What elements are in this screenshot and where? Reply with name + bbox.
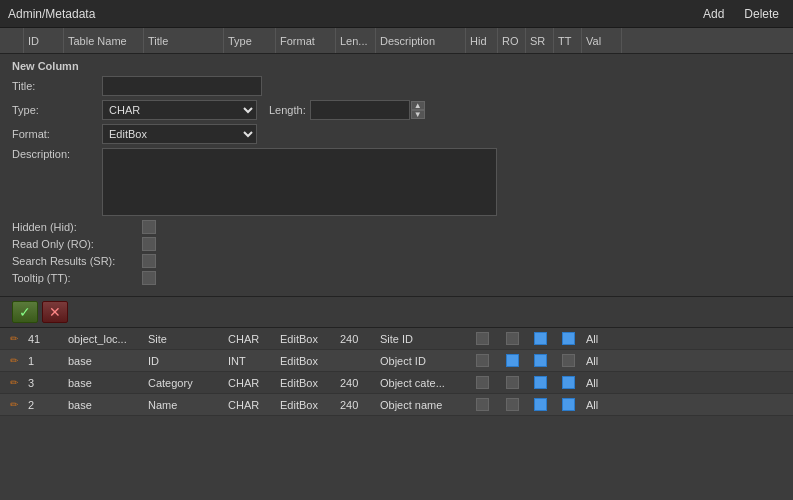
cell-type: CHAR: [224, 399, 276, 411]
cell-description: Object name: [376, 399, 466, 411]
data-table: ✏41object_loc...SiteCHAREditBox240Site I…: [0, 328, 793, 416]
cell-ro: [498, 398, 526, 411]
readonly-label: Read Only (RO):: [12, 238, 142, 250]
checkbox-ro[interactable]: [506, 376, 519, 389]
checkbox-hid[interactable]: [476, 398, 489, 411]
table-row[interactable]: ✏3baseCategoryCHAREditBox240Object cate.…: [0, 372, 793, 394]
checkbox-hid[interactable]: [476, 376, 489, 389]
table-header: IDTable NameTitleTypeFormatLen...Descrip…: [0, 28, 793, 54]
th-id: ID: [24, 28, 64, 53]
cell-hid: [466, 376, 498, 389]
type-row: Type: CHARINTVARCHARTEXTFLOATDATEBOOLEAN…: [12, 100, 781, 120]
format-label: Format:: [12, 128, 102, 140]
checkbox-sr[interactable]: [534, 332, 547, 345]
spinner-down[interactable]: ▼: [411, 110, 425, 119]
cell-sr: [526, 332, 554, 345]
checkbox-sr[interactable]: [534, 376, 547, 389]
cell-table_name: base: [64, 355, 144, 367]
action-buttons: ✓ ✕: [0, 297, 793, 328]
checkbox-ro[interactable]: [506, 332, 519, 345]
th-description: Description: [376, 28, 466, 53]
save-icon: ✓: [19, 304, 31, 320]
cell-description: Object cate...: [376, 377, 466, 389]
readonly-row: Read Only (RO):: [12, 237, 781, 251]
table-row[interactable]: ✏1baseIDINTEditBoxObject IDAll: [0, 350, 793, 372]
cell-hid: [466, 354, 498, 367]
cell-description: Object ID: [376, 355, 466, 367]
checkbox-tt[interactable]: [562, 398, 575, 411]
cell-hid: [466, 398, 498, 411]
table-row[interactable]: ✏2baseNameCHAREditBox240Object nameAll: [0, 394, 793, 416]
cell-ro: [498, 354, 526, 367]
checkbox-tt[interactable]: [562, 332, 575, 345]
cell-id: 2: [24, 399, 64, 411]
cell-length: 240: [336, 333, 376, 345]
cell-length: 240: [336, 377, 376, 389]
search-checkbox[interactable]: [142, 254, 156, 268]
edit-icon[interactable]: ✏: [4, 333, 24, 344]
th-tt: TT: [554, 28, 582, 53]
cell-description: Site ID: [376, 333, 466, 345]
cell-sr: [526, 354, 554, 367]
th-type: Type: [224, 28, 276, 53]
checkbox-tt[interactable]: [562, 376, 575, 389]
edit-icon[interactable]: ✏: [4, 355, 24, 366]
readonly-checkbox[interactable]: [142, 237, 156, 251]
hidden-checkbox[interactable]: [142, 220, 156, 234]
form-section: New Column Title: Type: CHARINTVARCHARTE…: [0, 54, 793, 297]
title-input[interactable]: [102, 76, 262, 96]
th-sr: SR: [526, 28, 554, 53]
cancel-button[interactable]: ✕: [42, 301, 68, 323]
search-row: Search Results (SR):: [12, 254, 781, 268]
cell-format: EditBox: [276, 355, 336, 367]
th-edit: [4, 28, 24, 53]
type-select[interactable]: CHARINTVARCHARTEXTFLOATDATEBOOLEAN: [102, 100, 257, 120]
cell-type: CHAR: [224, 377, 276, 389]
th-val: Val: [582, 28, 622, 53]
description-row: Description:: [12, 148, 781, 216]
cell-val: All: [582, 377, 622, 389]
cell-table_name: object_loc...: [64, 333, 144, 345]
th-format: Format: [276, 28, 336, 53]
description-textarea[interactable]: [102, 148, 497, 216]
checkbox-hid[interactable]: [476, 354, 489, 367]
title-row: Title:: [12, 76, 781, 96]
th-ro: RO: [498, 28, 526, 53]
checkbox-ro[interactable]: [506, 398, 519, 411]
title-label: Title:: [12, 80, 102, 92]
checkbox-sr[interactable]: [534, 398, 547, 411]
length-input[interactable]: [310, 100, 410, 120]
cell-title: Site: [144, 333, 224, 345]
length-spinner[interactable]: ▲ ▼: [411, 101, 425, 119]
delete-button[interactable]: Delete: [738, 5, 785, 23]
checkbox-hid[interactable]: [476, 332, 489, 345]
cell-table_name: base: [64, 377, 144, 389]
checkbox-ro[interactable]: [506, 354, 519, 367]
tooltip-checkbox[interactable]: [142, 271, 156, 285]
hidden-row: Hidden (Hid):: [12, 220, 781, 234]
cell-title: ID: [144, 355, 224, 367]
cell-tt: [554, 354, 582, 367]
save-button[interactable]: ✓: [12, 301, 38, 323]
table-row[interactable]: ✏41object_loc...SiteCHAREditBox240Site I…: [0, 328, 793, 350]
cell-sr: [526, 398, 554, 411]
spinner-up[interactable]: ▲: [411, 101, 425, 110]
cell-val: All: [582, 399, 622, 411]
cell-id: 41: [24, 333, 64, 345]
add-button[interactable]: Add: [697, 5, 730, 23]
cell-length: 240: [336, 399, 376, 411]
data-table-wrap: ✏41object_loc...SiteCHAREditBox240Site I…: [0, 328, 793, 416]
th-length: Len...: [336, 28, 376, 53]
cell-sr: [526, 376, 554, 389]
cell-id: 3: [24, 377, 64, 389]
cell-val: All: [582, 333, 622, 345]
hidden-label: Hidden (Hid):: [12, 221, 142, 233]
checkbox-sr[interactable]: [534, 354, 547, 367]
format-select[interactable]: EditBoxTextAreaCheckboxSelectDate: [102, 124, 257, 144]
edit-icon[interactable]: ✏: [4, 399, 24, 410]
edit-icon[interactable]: ✏: [4, 377, 24, 388]
checkbox-tt[interactable]: [562, 354, 575, 367]
tooltip-label: Tooltip (TT):: [12, 272, 142, 284]
type-label: Type:: [12, 104, 102, 116]
cell-tt: [554, 398, 582, 411]
